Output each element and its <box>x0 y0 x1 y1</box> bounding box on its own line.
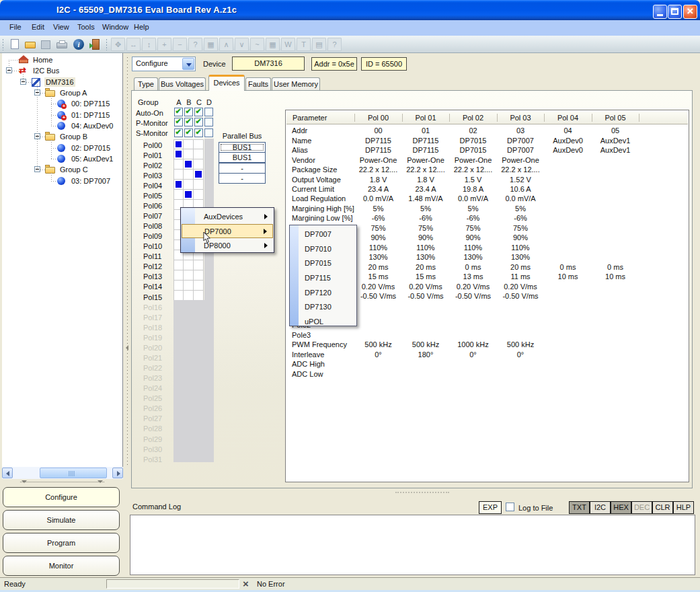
auto-on-checkbox-A[interactable]: ✔ <box>174 108 183 116</box>
submenu-item-dp7115[interactable]: DP7115 <box>299 270 356 285</box>
action-button-monitor[interactable]: Monitor <box>3 556 120 576</box>
tree-horizontal-scrollbar[interactable] <box>2 467 123 479</box>
pol-cell-pol03-B[interactable] <box>184 170 194 180</box>
pol-cell-pol15-A[interactable] <box>173 291 184 301</box>
action-button-program[interactable]: Program <box>3 533 120 553</box>
parallel-bus-slot-0[interactable]: BUS1 <box>219 142 266 153</box>
exit-icon[interactable] <box>88 38 102 52</box>
menu-edit[interactable]: Edit <box>32 23 44 31</box>
status-clear-icon[interactable]: × <box>243 578 249 589</box>
minimize-button[interactable] <box>653 5 667 19</box>
format-button-i2c[interactable]: I2C <box>590 501 611 514</box>
auto-on-checkbox-B[interactable]: ✔ <box>184 108 193 116</box>
pol-cell-pol02-A[interactable] <box>173 159 184 170</box>
format-button-hlp[interactable]: HLP <box>673 501 694 514</box>
tab-type[interactable]: Type <box>134 77 158 91</box>
tab-user-memory[interactable]: User Memory <box>272 77 320 91</box>
pol-cell-pol05-B[interactable] <box>184 190 194 200</box>
parallel-bus-slot-1[interactable]: BUS1 <box>219 152 266 163</box>
pol-cell-pol15-C[interactable] <box>194 291 204 301</box>
pol-cell-pol15-B[interactable] <box>184 291 194 301</box>
action-button-simulate[interactable]: Simulate <box>3 510 120 530</box>
pol-cell-pol02-B[interactable] <box>184 159 194 170</box>
submenu-item-dp7130[interactable]: DP7130 <box>299 299 356 313</box>
pol-cell-pol12-B[interactable] <box>184 260 194 270</box>
pol-cell-pol14-C[interactable] <box>194 281 204 291</box>
submenu-item-dp7007[interactable]: DP7007 <box>299 227 356 241</box>
parallel-bus-slot-3[interactable]: - <box>219 173 266 184</box>
s-monitor-checkbox-C[interactable]: ✔ <box>194 128 203 137</box>
submenu-item-dp7120[interactable]: DP7120 <box>299 285 356 299</box>
p-monitor-checkbox-B[interactable]: ✔ <box>184 118 193 126</box>
pol-cell-pol00-A[interactable] <box>173 139 184 149</box>
log-to-file-checkbox[interactable] <box>506 503 514 511</box>
pol-cell-pol04-C[interactable] <box>194 180 204 190</box>
print-icon[interactable] <box>55 38 69 52</box>
tree-item-group-b[interactable]: Group B <box>59 132 89 141</box>
context-menu-item-auxdevices[interactable]: AuxDevices <box>182 210 273 224</box>
new-file-icon[interactable] <box>8 38 22 52</box>
pol-cell-pol13-B[interactable] <box>184 270 194 281</box>
action-button-configure[interactable]: Configure <box>3 487 120 507</box>
pol-cell-pol13-A[interactable] <box>173 270 184 281</box>
pol-cell-pol14-A[interactable] <box>173 281 184 291</box>
pol-cell-pol02-C[interactable] <box>194 159 204 170</box>
chevron-down-icon[interactable] <box>182 58 194 70</box>
pol-cell-pol01-A[interactable] <box>173 149 184 159</box>
command-log-output[interactable] <box>130 515 695 575</box>
pol-cell-pol01-C[interactable] <box>194 149 204 159</box>
format-button-hex[interactable]: HEX <box>611 501 631 514</box>
pol-cell-pol14-B[interactable] <box>184 281 194 291</box>
s-monitor-checkbox-A[interactable]: ✔ <box>174 128 183 137</box>
auto-on-checkbox-D[interactable] <box>204 108 213 116</box>
pol-cell-pol12-C[interactable] <box>194 260 204 270</box>
pol-cell-pol12-A[interactable] <box>173 260 184 270</box>
tree-item-03-dp7007[interactable]: 03: DP7007 <box>70 176 112 186</box>
tree-item-05-auxdev1[interactable]: 05: AuxDev1 <box>70 154 114 163</box>
vertical-splitter[interactable] <box>124 53 131 489</box>
context-menu-item-dp7000[interactable]: DP7000 <box>182 224 273 238</box>
horizontal-splitter-handle[interactable] <box>395 492 449 494</box>
tab-bus-voltages[interactable]: Bus Voltages <box>159 77 206 91</box>
parallel-bus-slot-2[interactable]: - <box>219 163 266 174</box>
pol-cell-pol03-A[interactable] <box>173 170 184 180</box>
pol-cell-pol03-C[interactable] <box>194 170 204 180</box>
menu-file[interactable]: File <box>9 23 22 31</box>
p-monitor-checkbox-C[interactable]: ✔ <box>194 118 203 126</box>
mode-select[interactable]: Configure <box>132 57 196 71</box>
format-button-dec[interactable]: DEC <box>631 501 652 514</box>
scroll-right-button[interactable] <box>112 468 123 478</box>
pol-cell-pol04-B[interactable] <box>184 180 194 190</box>
menu-view[interactable]: View <box>53 23 69 31</box>
exp-button[interactable]: EXP <box>479 501 502 514</box>
tree-item-home[interactable]: Home <box>32 55 54 65</box>
open-folder-icon[interactable] <box>24 38 38 52</box>
pol-cell-pol01-B[interactable] <box>184 149 194 159</box>
submenu-item-upol[interactable]: uPOL <box>299 314 356 328</box>
s-monitor-checkbox-D[interactable] <box>204 128 213 137</box>
pol-cell-pol13-C[interactable] <box>194 270 204 281</box>
tree-item-00-dp7115[interactable]: 00: DP7115 <box>70 99 111 108</box>
pol-cell-pol00-C[interactable] <box>194 139 204 149</box>
title-bar[interactable]: I2C - 65509_DM7316 Eval Board Rev A.z1c … <box>0 0 700 20</box>
s-monitor-checkbox-B[interactable]: ✔ <box>184 128 193 137</box>
context-menu-item-dp8000[interactable]: DP8000 <box>182 239 273 253</box>
scroll-left-button[interactable] <box>2 468 13 478</box>
tree-item-group-a[interactable]: Group A <box>59 88 88 98</box>
pol-cell-pol05-C[interactable] <box>194 190 204 200</box>
tree-item-i2c-bus[interactable]: I2C Bus <box>32 66 61 75</box>
save-icon[interactable] <box>39 38 53 52</box>
submenu-item-dp7010[interactable]: DP7010 <box>299 242 356 256</box>
maximize-button[interactable] <box>668 5 682 19</box>
menu-window[interactable]: Window <box>102 23 128 31</box>
pol-cell-pol04-A[interactable] <box>173 180 184 190</box>
tree-item-04-auxdev0[interactable]: 04: AuxDev0 <box>70 121 114 131</box>
tree-item-01-dp7115[interactable]: 01: DP7115 <box>70 110 111 120</box>
auto-on-checkbox-C[interactable]: ✔ <box>194 108 203 116</box>
format-button-clr[interactable]: CLR <box>652 501 673 514</box>
tree-item-dm7316[interactable]: DM7316 <box>44 77 75 87</box>
submenu-item-dp7015[interactable]: DP7015 <box>299 256 356 270</box>
tree-item-02-dp7015[interactable]: 02: DP7015 <box>70 143 112 153</box>
tab-devices[interactable]: Devices <box>208 75 245 91</box>
info-icon[interactable]: i <box>72 38 86 52</box>
